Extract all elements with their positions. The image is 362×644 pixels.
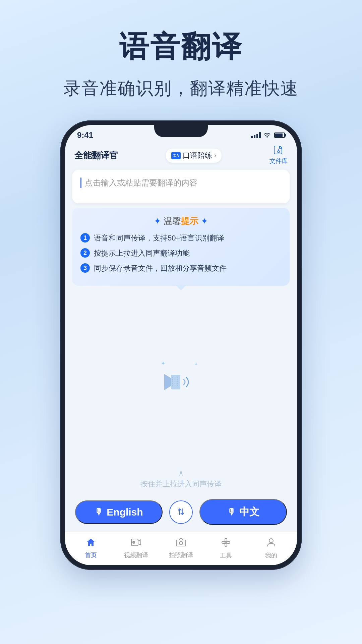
tips-text-3: 同步保存录音文件，回放和分享音频文件 [94, 263, 227, 274]
chinese-label: 中文 [239, 505, 259, 519]
speaker-area: ✦ ✦ [65, 292, 297, 466]
swap-language-button[interactable]: ⇅ [169, 500, 193, 524]
nav-label-video: 视频翻译 [124, 551, 148, 559]
svg-point-18 [269, 539, 273, 543]
tips-item-1: 1 语音和同声传译，支持50+语言识别翻译 [80, 232, 282, 244]
mic-icon-english: 🎙 [95, 507, 103, 517]
swipe-hint-text: 按住并上拉进入同声传译 [65, 479, 297, 489]
tips-item-3: 3 同步保存录音文件，回放和分享音频文件 [80, 263, 282, 274]
chinese-button[interactable]: 🎙 中文 [199, 499, 287, 525]
nav-item-tools[interactable]: 工具 [203, 538, 248, 559]
home-icon [86, 538, 96, 549]
nav-item-me[interactable]: 我的 [249, 538, 294, 559]
svg-marker-2 [164, 374, 171, 390]
oral-practice-button[interactable]: 文A 口语陪练 › [166, 149, 222, 163]
signal-icon [251, 132, 261, 138]
translation-input-area[interactable]: 点击输入或粘贴需要翻译的内容 [72, 170, 290, 203]
phone-outer: 9:41 [60, 120, 302, 570]
nav-item-photo[interactable]: 拍照翻译 [159, 538, 203, 559]
input-placeholder: 点击输入或粘贴需要翻译的内容 [85, 177, 197, 189]
tips-num-3: 3 [80, 263, 90, 273]
page-subtitle: 录音准确识别，翻译精准快速 [63, 77, 299, 100]
svg-marker-8 [138, 540, 141, 545]
tips-title: ✦ 温馨提示 ✦ [80, 215, 282, 227]
svg-point-0 [278, 151, 280, 153]
speaker-icon: ✦ ✦ [159, 364, 203, 400]
tips-text-2: 按提示上拉进入同声翻译功能 [94, 248, 190, 259]
sparkle-1: ✦ [161, 360, 165, 367]
speaker-svg [161, 365, 201, 399]
swipe-hint: ∧ 按住并上拉进入同声传译 [65, 466, 297, 494]
svg-point-12 [179, 541, 183, 545]
oral-label: 口语陪练 [183, 151, 212, 161]
phone-notch [154, 125, 208, 137]
sparkle-2: ✦ [194, 362, 198, 367]
tips-text-1: 语音和同声传译，支持50+语言识别翻译 [94, 232, 224, 244]
swap-icon: ⇅ [177, 507, 185, 517]
svg-rect-1 [171, 375, 180, 389]
tips-box: ✦ 温馨提示 ✦ 1 语音和同声传译，支持50+语言识别翻译 2 按提示上拉进入… [72, 208, 290, 286]
camera-icon [176, 538, 186, 549]
nav-item-home[interactable]: 首页 [68, 538, 113, 559]
app-title: 全能翻译官 [74, 150, 118, 161]
file-lib-button[interactable]: 文件库 [269, 146, 288, 165]
phone-inner: 9:41 [65, 125, 297, 565]
nav-label-tools: 工具 [220, 551, 232, 559]
tips-num-2: 2 [80, 248, 90, 258]
status-icons [251, 131, 285, 139]
svg-marker-6 [87, 539, 95, 546]
file-lib-text: 文件库 [269, 157, 288, 165]
nav-label-photo: 拍照翻译 [169, 551, 193, 559]
cursor-bar [80, 177, 81, 188]
tips-num-1: 1 [80, 233, 90, 243]
tips-item-2: 2 按提示上拉进入同声翻译功能 [80, 248, 282, 259]
english-label: English [107, 506, 143, 518]
mic-icon-chinese: 🎙 [227, 507, 236, 517]
wifi-icon [263, 131, 271, 139]
bottom-nav: 首页 视频翻译 [65, 532, 297, 565]
page-header: 语音翻译 录音准确识别，翻译精准快速 [63, 27, 299, 100]
swipe-arrow-icon: ∧ [65, 469, 297, 478]
nav-label-home: 首页 [85, 551, 97, 559]
svg-point-17 [225, 541, 227, 543]
phone-mockup: 9:41 [60, 120, 302, 570]
chevron-right-icon: › [214, 152, 216, 159]
page-title: 语音翻译 [63, 27, 299, 67]
english-button[interactable]: 🎙 English [75, 500, 163, 524]
svg-rect-11 [176, 540, 186, 546]
nav-label-me: 我的 [265, 551, 277, 559]
input-content: 点击输入或粘贴需要翻译的内容 [80, 177, 282, 189]
battery-icon [274, 132, 285, 138]
tools-icon [221, 538, 231, 549]
status-time: 9:41 [77, 130, 93, 140]
translate-badge-icon: 文A [171, 152, 181, 159]
user-icon [267, 538, 276, 549]
nav-item-video[interactable]: 视频翻译 [113, 538, 158, 559]
file-lib-icon [274, 146, 283, 156]
bottom-buttons: 🎙 English ⇅ 🎙 中文 [65, 494, 297, 532]
video-icon [131, 538, 141, 549]
app-header: 全能翻译官 文A 口语陪练 › [65, 143, 297, 170]
